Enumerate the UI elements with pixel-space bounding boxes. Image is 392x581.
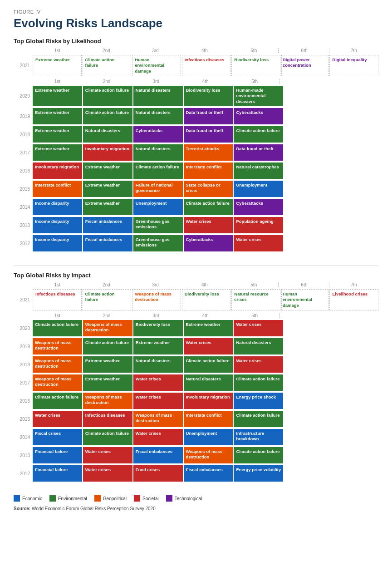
legend: Economic Environmental Geopolitical Soci… — [14, 495, 378, 502]
impact-row-2017: 2017 Weapons of mass destruction Extreme… — [14, 374, 378, 391]
col-h-4th: 4th — [180, 48, 229, 53]
impact-sub-col-headers: 1st 2nd 3rd 4th 5th — [33, 313, 378, 318]
legend-label-geopolitical: Geopolitical — [103, 496, 127, 501]
col-h-6th: 6th — [278, 48, 328, 53]
cell: Biodiversity loss — [184, 86, 233, 106]
impact-row-2020: 2020 Climate action failure Weapons of m… — [14, 320, 378, 336]
likelihood-row-2021: 2021 Extreme weather Climate action fail… — [14, 55, 378, 76]
likelihood-2021-cells: Extreme weather Climate action failure H… — [33, 55, 378, 76]
legend-label-economic: Economic — [22, 496, 42, 501]
legend-label-technological: Technological — [175, 496, 202, 501]
cell-2021-4: Infectious diseases — [182, 55, 231, 76]
likelihood-row-2017: 2017 Extreme weather Involuntary migrati… — [14, 144, 378, 161]
impact-section: Top Global Risks by Impact 1st 2nd 3rd 4… — [14, 272, 378, 482]
year-2021-label: 2021 — [14, 55, 33, 76]
legend-box-environmental — [49, 495, 56, 502]
impact-row-2012: 2012 Financial failure Water crises Food… — [14, 465, 378, 482]
likelihood-col-headers: 1st 2nd 3rd 4th 5th 6th 7th — [33, 48, 378, 53]
likelihood-row-2012: 2012 Income disparity Fiscal imbalances … — [14, 235, 378, 251]
col-h-1st: 1st — [33, 48, 82, 53]
legend-technological: Technological — [166, 495, 202, 502]
likelihood-row-2018: 2018 Extreme weather Natural disasters C… — [14, 126, 378, 143]
likelihood-row-2015: 2015 Interstate conflict Extreme weather… — [14, 181, 378, 197]
col-h-2nd: 2nd — [82, 48, 131, 53]
section-divider — [14, 265, 378, 266]
col-h-7th: 7th — [329, 48, 378, 53]
legend-environmental: Environmental — [49, 495, 87, 502]
likelihood-sub-col-headers: 1st 2nd 3rd 4th 5th — [33, 79, 378, 84]
main-title: Evolving Risks Landscape — [14, 16, 378, 30]
legend-societal: Societal — [134, 495, 159, 502]
impact-row-2015: 2015 Water crises Infectious diseases We… — [14, 411, 378, 427]
likelihood-section: Top Global Risks by Likelihood 1st 2nd 3… — [14, 38, 378, 251]
legend-box-economic — [14, 495, 20, 502]
impact-row-2016: 2016 Climate action failure Weapons of m… — [14, 393, 378, 409]
likelihood-row-2019: 2019 Extreme weather Climate action fail… — [14, 108, 378, 124]
cell: Climate action failure — [83, 86, 132, 106]
section1-title: Top Global Risks by Likelihood — [14, 38, 378, 44]
legend-box-technological — [166, 495, 172, 502]
col-h-5th: 5th — [229, 48, 278, 53]
likelihood-row-2016: 2016 Involuntary migration Extreme weath… — [14, 162, 378, 179]
impact-row-2018: 2018 Weapons of mass destruction Extreme… — [14, 356, 378, 373]
legend-economic: Economic — [14, 495, 42, 502]
cell-2021-6: Digital power concentration — [281, 55, 329, 76]
cell: Human-made environmental disasters — [234, 86, 283, 106]
cell-2021-2: Climate action failure — [83, 55, 132, 76]
legend-label-environmental: Environmental — [58, 496, 87, 501]
impact-row-2014: 2014 Fiscal crises Climate action failur… — [14, 429, 378, 445]
section2-title: Top Global Risks by Impact — [14, 272, 378, 279]
figure-label: FIGURE IV — [14, 9, 378, 15]
cell-2021-3: Human environmental damage — [132, 55, 181, 76]
likelihood-row-2020: 2020 Extreme weather Climate action fail… — [14, 86, 378, 106]
legend-label-societal: Societal — [142, 496, 159, 501]
cell: Extreme weather — [33, 86, 82, 106]
cell: Natural disasters — [133, 86, 183, 106]
cell-2021-7: Digital inequality — [329, 55, 378, 76]
impact-row-2021: 2021 Infectious diseases Climate action … — [14, 289, 378, 310]
likelihood-row-2014: 2014 Income disparity Extreme weather Un… — [14, 199, 378, 215]
cell-2021-5: Biodiversity loss — [231, 55, 280, 76]
col-h-3rd: 3rd — [131, 48, 180, 53]
likelihood-row-2013: 2013 Income disparity Fiscal imbalances … — [14, 217, 378, 233]
impact-row-2019: 2019 Weapons of mass destruction Climate… — [14, 338, 378, 355]
cell-2021-1: Extreme weather — [33, 55, 82, 76]
impact-col-headers: 1st 2nd 3rd 4th 5th 6th 7th — [33, 282, 378, 287]
source-text: Source: World Economic Forum Global Risk… — [14, 506, 378, 511]
legend-box-societal — [134, 495, 140, 502]
impact-row-2013: 2013 Financial failure Water crises Fisc… — [14, 447, 378, 463]
legend-geopolitical: Geopolitical — [94, 495, 127, 502]
legend-box-geopolitical — [94, 495, 101, 502]
